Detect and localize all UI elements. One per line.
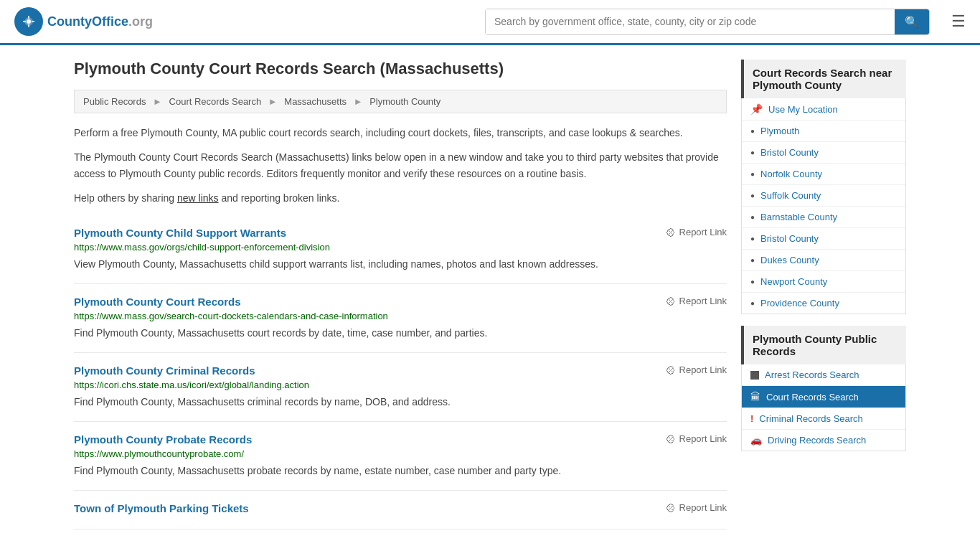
record-url-0: https://www.mass.gov/orgs/child-support-… [74, 242, 727, 253]
dot-icon-4: ● [750, 192, 755, 199]
record-url-3: https://www.plymouthcountyprobate.com/ [74, 448, 727, 459]
record-url-1: https://www.mass.gov/search-court-docket… [74, 311, 727, 321]
nearby-section: Court Records Search near Plymouth Count… [741, 60, 906, 314]
logo-icon [14, 7, 43, 36]
breadcrumb: Public Records ► Court Records Search ► … [74, 90, 727, 113]
breadcrumb-public-records[interactable]: Public Records [83, 96, 146, 107]
record-url-2: https://icori.chs.state.ma.us/icori/ext/… [74, 380, 727, 390]
dot-icon-8: ● [750, 278, 755, 286]
use-my-location-item[interactable]: 📌 Use My Location [742, 98, 905, 121]
records-list: Plymouth County Child Support Warrants ⛒… [74, 215, 727, 529]
record-item: Plymouth County Court Records ⛒ Report L… [74, 284, 727, 353]
record-desc-2: Find Plymouth County, Massachusetts crim… [74, 395, 727, 410]
square-icon [750, 371, 759, 380]
page-title: Plymouth County Court Records Search (Ma… [74, 60, 727, 78]
record-title-4[interactable]: Town of Plymouth Parking Tickets [74, 502, 249, 514]
report-link-1[interactable]: ⛒ Report Link [666, 296, 727, 307]
nearby-bristol-1[interactable]: ● Bristol County [742, 142, 905, 164]
content-area: Plymouth County Court Records Search (Ma… [74, 60, 727, 529]
menu-icon[interactable]: ☰ [951, 12, 966, 31]
site-header: CountyOffice.org 🔍 ☰ [0, 0, 980, 45]
nearby-plymouth[interactable]: ● Plymouth [742, 121, 905, 142]
sidebar-court-records[interactable]: 🏛 Court Records Search [742, 386, 905, 408]
search-button[interactable]: 🔍 [895, 9, 929, 34]
svg-point-1 [27, 19, 31, 24]
dot-icon-9: ● [750, 299, 755, 307]
sidebar-criminal-records[interactable]: ! Criminal Records Search [742, 408, 905, 430]
record-item: Plymouth County Child Support Warrants ⛒… [74, 215, 727, 284]
logo[interactable]: CountyOffice.org [14, 7, 153, 36]
description-2: The Plymouth County Court Records Search… [74, 149, 727, 182]
logo-text: CountyOffice.org [47, 14, 153, 29]
nearby-norfolk[interactable]: ● Norfolk County [742, 164, 905, 185]
description-3: Help others by sharing new links and rep… [74, 190, 727, 206]
sidebar-arrest-records[interactable]: Arrest Records Search [742, 364, 905, 386]
report-icon-1: ⛒ [666, 296, 677, 307]
exclaim-icon: ! [750, 413, 753, 424]
breadcrumb-massachusetts[interactable]: Massachusetts [284, 96, 347, 107]
public-records-section: Plymouth County Public Records Arrest Re… [741, 326, 906, 451]
record-desc-3: Find Plymouth County, Massachusetts prob… [74, 463, 727, 479]
record-header: Plymouth County Probate Records ⛒ Report… [74, 433, 727, 446]
report-icon-4: ⛒ [666, 502, 677, 514]
public-records-links: Arrest Records Search 🏛 Court Records Se… [741, 364, 906, 451]
record-desc-0: View Plymouth County, Massachusetts chil… [74, 257, 727, 272]
record-item: Town of Plymouth Parking Tickets ⛒ Repor… [74, 491, 727, 529]
public-records-header: Plymouth County Public Records [741, 326, 906, 364]
search-bar: 🔍 [485, 9, 930, 35]
dot-icon-1: ● [750, 127, 755, 135]
main-container: Plymouth County Court Records Search (Ma… [60, 45, 920, 544]
record-header: Plymouth County Criminal Records ⛒ Repor… [74, 364, 727, 377]
nearby-links: 📌 Use My Location ● Plymouth ● Bristol C… [741, 98, 906, 314]
nearby-suffolk[interactable]: ● Suffolk County [742, 185, 905, 207]
record-item: Plymouth County Criminal Records ⛒ Repor… [74, 353, 727, 422]
use-my-location-link[interactable]: Use My Location [768, 104, 838, 115]
record-header: Town of Plymouth Parking Tickets ⛒ Repor… [74, 502, 727, 514]
record-title-1[interactable]: Plymouth County Court Records [74, 296, 241, 308]
car-icon: 🚗 [750, 435, 762, 446]
sidebar-driving-records[interactable]: 🚗 Driving Records Search [742, 430, 905, 451]
report-link-0[interactable]: ⛒ Report Link [666, 227, 727, 238]
report-icon-0: ⛒ [666, 227, 677, 238]
nearby-newport[interactable]: ● Newport County [742, 271, 905, 293]
nearby-providence[interactable]: ● Providence County [742, 293, 905, 314]
breadcrumb-court-records-search[interactable]: Court Records Search [169, 96, 262, 107]
record-title-3[interactable]: Plymouth County Probate Records [74, 433, 252, 446]
breadcrumb-plymouth-county[interactable]: Plymouth County [369, 96, 440, 107]
dot-icon-2: ● [750, 149, 755, 156]
record-title-0[interactable]: Plymouth County Child Support Warrants [74, 227, 286, 239]
nearby-dukes[interactable]: ● Dukes County [742, 250, 905, 271]
report-icon-2: ⛒ [666, 364, 677, 376]
record-item: Plymouth County Probate Records ⛒ Report… [74, 422, 727, 491]
nearby-barnstable[interactable]: ● Barnstable County [742, 207, 905, 228]
sidebar: Court Records Search near Plymouth Count… [741, 60, 906, 529]
description-1: Perform a free Plymouth County, MA publi… [74, 125, 727, 141]
nearby-bristol-2[interactable]: ● Bristol County [742, 228, 905, 250]
search-input[interactable] [486, 9, 895, 34]
nearby-header: Court Records Search near Plymouth Count… [741, 60, 906, 98]
search-icon: 🔍 [905, 16, 919, 28]
dot-icon-3: ● [750, 170, 755, 178]
record-header: Plymouth County Child Support Warrants ⛒… [74, 227, 727, 239]
new-links-link[interactable]: new links [177, 192, 219, 204]
building-icon: 🏛 [750, 391, 760, 402]
report-link-3[interactable]: ⛒ Report Link [666, 433, 727, 445]
report-icon-3: ⛒ [666, 433, 677, 445]
dot-icon-7: ● [750, 256, 755, 264]
record-header: Plymouth County Court Records ⛒ Report L… [74, 296, 727, 308]
report-link-4[interactable]: ⛒ Report Link [666, 502, 727, 514]
record-desc-1: Find Plymouth County, Massachusetts cour… [74, 326, 727, 341]
pin-icon: 📌 [750, 103, 763, 115]
dot-icon-5: ● [750, 213, 755, 221]
record-title-2[interactable]: Plymouth County Criminal Records [74, 364, 255, 377]
dot-icon-6: ● [750, 235, 755, 242]
report-link-2[interactable]: ⛒ Report Link [666, 364, 727, 376]
